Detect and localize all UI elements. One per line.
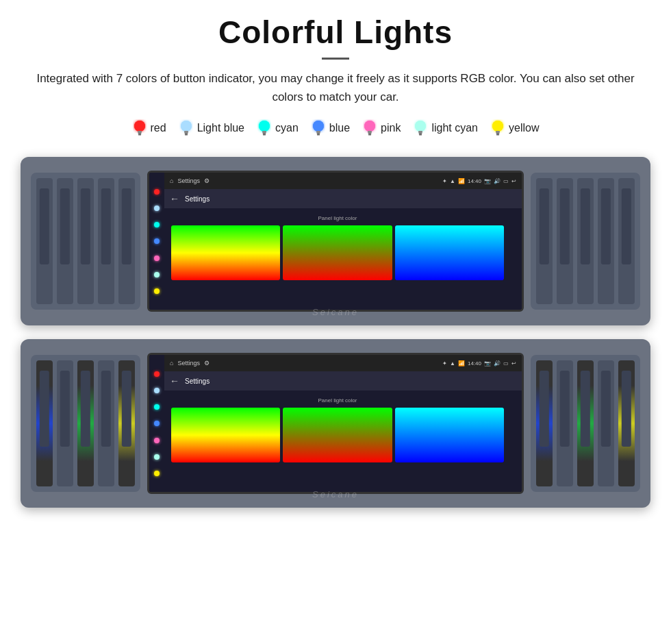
screen-main-2: Panel light color: [164, 391, 522, 472]
color-bar: [395, 408, 504, 462]
bulb-blue: [311, 119, 326, 138]
screen-inner-1: ⌂ Settings ⚙ ✦ ▲ 📶 14:40 📷 🔊 ▭: [164, 173, 522, 310]
left-panel-1: [31, 173, 140, 310]
indicator-dot: [154, 438, 160, 443]
indicator-dot: [154, 272, 160, 277]
bulb-red: [132, 119, 147, 138]
description-text: Integrated with 7 colors of button indic…: [21, 69, 650, 106]
slat: [577, 360, 594, 486]
slat: [557, 178, 573, 304]
color-label: pink: [381, 122, 401, 134]
title-divider: [322, 58, 349, 60]
right-panel-1: [531, 173, 640, 310]
screen-icon-2: ▭: [503, 360, 509, 367]
page-container: Colorful Lights Integrated with 7 colors…: [0, 0, 671, 528]
slat: [536, 360, 553, 486]
color-grid-1: [511, 215, 515, 270]
screen-2: ⌂ Settings ⚙ ✦ ▲ 📶 14:40 📷 🔊 ▭: [147, 353, 524, 494]
color-grid-2: [511, 397, 515, 452]
wifi-icon: ▲: [450, 178, 455, 184]
svg-rect-7: [184, 131, 188, 133]
bulb-Light-blue: [179, 119, 194, 138]
slat: [618, 360, 635, 486]
settings-icon-2: ⚙: [204, 360, 210, 367]
svg-rect-2: [138, 131, 142, 133]
bulb-yellow: [490, 119, 505, 138]
slat: [57, 360, 73, 486]
slat: [557, 360, 573, 486]
bulb-cyan: [257, 119, 272, 138]
indicator-bar-2: [149, 355, 164, 492]
indicator-dot: [154, 404, 160, 410]
slat: [98, 178, 114, 304]
color-label: blue: [329, 122, 350, 134]
car-unit-1: ⌂ Settings ⚙ ✦ ▲ 📶 14:40 📷 🔊 ▭: [21, 157, 650, 325]
svg-rect-19: [317, 134, 320, 136]
svg-rect-18: [316, 133, 320, 134]
svg-point-11: [259, 121, 270, 132]
back-button[interactable]: ←: [170, 193, 179, 204]
indicator-dot: [154, 454, 160, 460]
screen-inner-2: ⌂ Settings ⚙ ✦ ▲ 📶 14:40 📷 🔊 ▭: [164, 355, 522, 492]
camera-icon: 📷: [484, 178, 491, 184]
volume-icon-2: 🔊: [494, 360, 501, 367]
left-panel-2: [31, 355, 140, 492]
color-label: light cyan: [431, 122, 478, 134]
svg-point-1: [134, 121, 145, 132]
svg-rect-9: [185, 134, 188, 136]
svg-rect-28: [419, 133, 422, 134]
svg-point-21: [364, 121, 375, 132]
color-item-yellow: yellow: [490, 119, 539, 138]
slat-blue: [36, 360, 53, 486]
indicator-dot: [154, 421, 160, 426]
slat: [577, 178, 594, 304]
back-icon-2: ↩: [511, 360, 516, 367]
color-bars-2: [171, 408, 504, 462]
volume-icon: 🔊: [494, 178, 501, 184]
status-bar-2: ⌂ Settings ⚙ ✦ ▲ 📶 14:40 📷 🔊 ▭: [164, 355, 522, 371]
panel-light-title: Panel light color: [171, 215, 504, 221]
slat: [77, 178, 94, 304]
svg-rect-8: [184, 133, 188, 134]
slat-yellow: [118, 360, 135, 486]
panel-light-title-2: Panel light color: [171, 397, 504, 404]
right-panel-2: [531, 355, 640, 492]
nav-bar-2: ← Settings: [164, 371, 522, 391]
status-bar-1: ⌂ Settings ⚙ ✦ ▲ 📶 14:40 📷 🔊 ▭: [164, 173, 522, 189]
indicator-bar-1: [149, 173, 164, 310]
svg-point-26: [415, 121, 426, 132]
slat: [57, 178, 73, 304]
home-icon: ⌂: [170, 177, 173, 184]
color-bar: [283, 225, 392, 280]
svg-rect-17: [316, 131, 320, 133]
indicator-dot: [154, 222, 160, 227]
color-bar: [283, 408, 392, 462]
svg-point-16: [313, 121, 324, 132]
indicator-dot: [154, 288, 160, 294]
panel-light-section: Panel light color: [171, 215, 504, 283]
svg-rect-29: [419, 134, 422, 136]
title-section: Colorful Lights: [21, 14, 650, 60]
back-button-2[interactable]: ←: [170, 375, 179, 386]
indicator-dot: [154, 189, 160, 195]
svg-rect-32: [496, 131, 500, 133]
slat: [36, 178, 53, 304]
signal-icon: 📶: [458, 178, 465, 184]
color-item-red: red: [132, 119, 166, 138]
color-label: yellow: [509, 122, 539, 134]
color-bar: [171, 225, 280, 280]
svg-rect-22: [368, 131, 372, 133]
indicator-dot: [154, 206, 160, 211]
svg-rect-13: [263, 133, 266, 134]
home-icon: ⌂: [170, 360, 173, 367]
slat: [598, 178, 614, 304]
device-section: ⌂ Settings ⚙ ✦ ▲ 📶 14:40 📷 🔊 ▭: [21, 157, 650, 508]
color-label: red: [151, 122, 166, 134]
nav-title-2: Settings: [185, 377, 210, 385]
nav-bar-1: ← Settings: [164, 189, 522, 208]
svg-rect-27: [418, 131, 422, 133]
indicator-dot: [154, 238, 160, 244]
settings-label: Settings: [177, 177, 200, 184]
back-icon: ↩: [511, 178, 516, 184]
camera-icon-2: 📷: [484, 360, 491, 367]
